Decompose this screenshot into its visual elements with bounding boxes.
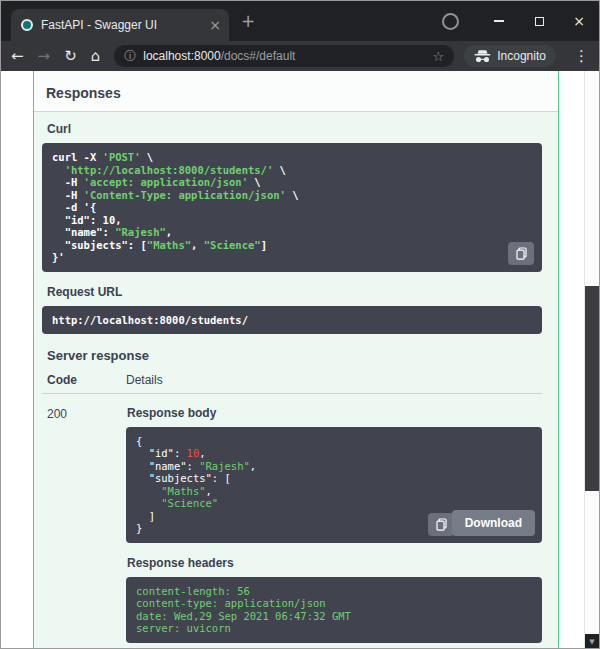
- scrollbar-thumb[interactable]: [585, 286, 599, 491]
- tab-title: FastAPI - Swagger UI: [41, 18, 203, 32]
- swagger-opblock: Responses Curl curl -X 'POST' \ 'http://…: [33, 71, 559, 649]
- incognito-badge: Incognito: [464, 45, 556, 67]
- response-row-200: 200 Response body { "id": 10, "name": "R…: [42, 406, 542, 643]
- request-url-value: http://localhost:8000/students/: [42, 306, 542, 334]
- responses-section-body: Curl curl -X 'POST' \ 'http://localhost:…: [34, 112, 558, 649]
- site-info-icon[interactable]: ⓘ: [124, 48, 136, 65]
- bookmark-star-icon[interactable]: ☆: [433, 49, 445, 64]
- code-column-header: Code: [47, 373, 126, 387]
- response-details: Response body { "id": 10, "name": "Rajes…: [126, 406, 542, 643]
- scroll-down-arrow-icon[interactable]: ▼: [585, 634, 599, 649]
- browser-window: FastAPI - Swagger UI × + × ← → ↻ ⌂ ⓘ loc…: [0, 0, 600, 649]
- responses-section-header: Responses: [34, 71, 558, 112]
- response-table-header: Code Details: [42, 373, 542, 394]
- maximize-button[interactable]: [519, 1, 559, 41]
- url-host: localhost:8000: [143, 49, 220, 63]
- copy-icon: [516, 247, 527, 260]
- url-path: /docs#/default: [221, 49, 296, 63]
- page-content: Responses Curl curl -X 'POST' \ 'http://…: [1, 71, 600, 649]
- curl-code-block: curl -X 'POST' \ 'http://localhost:8000/…: [42, 143, 542, 272]
- request-url-label: Request URL: [47, 285, 542, 299]
- home-icon[interactable]: ⌂: [91, 47, 101, 65]
- response-body-label: Response body: [127, 406, 542, 420]
- browser-menu-icon[interactable]: ⋮: [574, 47, 589, 65]
- response-body-block: { "id": 10, "name": "Rajesh", "subjects"…: [126, 427, 542, 543]
- responses-title: Responses: [46, 85, 546, 101]
- minimize-icon: [494, 20, 504, 22]
- back-icon[interactable]: ←: [11, 47, 24, 65]
- browser-tab[interactable]: FastAPI - Swagger UI ×: [11, 9, 229, 41]
- copy-response-button[interactable]: [428, 513, 454, 536]
- window-controls: ×: [442, 1, 599, 41]
- fastapi-favicon-icon: [21, 19, 33, 31]
- response-headers-block: content-length: 56content-type: applicat…: [126, 577, 542, 643]
- curl-label: Curl: [47, 122, 542, 136]
- incognito-icon: [474, 50, 491, 63]
- address-bar[interactable]: ⓘ localhost:8000 /docs#/default ☆: [114, 45, 454, 67]
- incognito-label: Incognito: [497, 49, 546, 63]
- tab-close-icon[interactable]: ×: [209, 18, 221, 32]
- browser-navbar: ← → ↻ ⌂ ⓘ localhost:8000 /docs#/default …: [1, 41, 599, 71]
- copy-curl-button[interactable]: [508, 242, 534, 265]
- copy-icon: [436, 518, 447, 531]
- details-column-header: Details: [126, 373, 163, 387]
- page-scrollbar[interactable]: ▼: [584, 71, 599, 649]
- status-code: 200: [47, 406, 126, 643]
- response-headers-label: Response headers: [127, 556, 542, 570]
- new-tab-button[interactable]: +: [241, 11, 255, 31]
- reload-icon[interactable]: ↻: [64, 47, 77, 65]
- maximize-icon: [535, 17, 544, 26]
- minimize-button[interactable]: [479, 1, 519, 41]
- close-window-button[interactable]: ×: [559, 1, 599, 41]
- browser-titlebar: FastAPI - Swagger UI × + ×: [1, 1, 599, 41]
- forward-icon[interactable]: →: [38, 47, 51, 65]
- server-response-label: Server response: [47, 348, 542, 363]
- download-button[interactable]: Download: [452, 510, 535, 536]
- browser-profile-icon[interactable]: [442, 13, 459, 30]
